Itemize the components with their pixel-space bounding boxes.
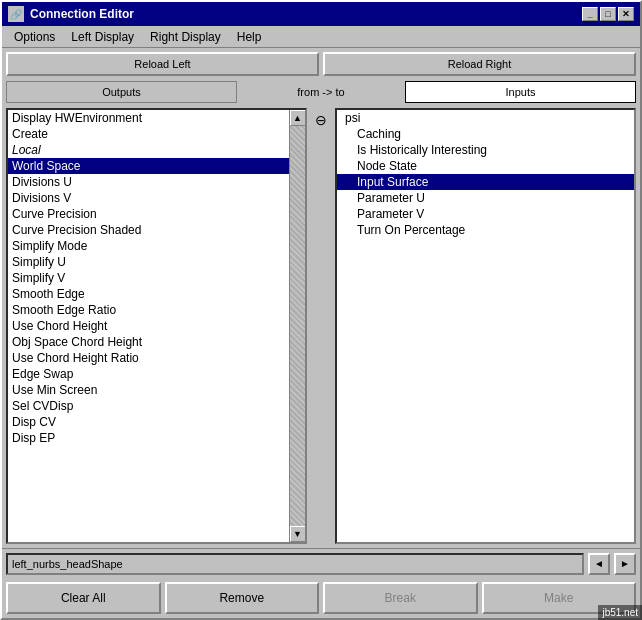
list-item[interactable]: Simplify V bbox=[8, 270, 289, 286]
list-item[interactable]: Curve Precision Shaded bbox=[8, 222, 289, 238]
list-item[interactable]: Divisions V bbox=[8, 190, 289, 206]
collapse-icon[interactable]: ⊖ bbox=[315, 112, 327, 128]
scroll-down-btn[interactable]: ▼ bbox=[290, 526, 306, 542]
remove-button[interactable]: Remove bbox=[165, 582, 320, 614]
menu-options[interactable]: Options bbox=[6, 28, 63, 46]
make-button[interactable]: Make bbox=[482, 582, 637, 614]
list-item[interactable]: Use Chord Height bbox=[8, 318, 289, 334]
list-item[interactable]: Edge Swap bbox=[8, 366, 289, 382]
from-to-header: from -> to bbox=[241, 86, 401, 98]
node-name-display: left_nurbs_headShape bbox=[6, 553, 584, 575]
nav-prev-button[interactable]: ◄ bbox=[588, 553, 610, 575]
left-panel: Display HWEnvironmentCreateLocalWorld Sp… bbox=[6, 108, 307, 544]
list-item[interactable]: Simplify Mode bbox=[8, 238, 289, 254]
menu-right-display[interactable]: Right Display bbox=[142, 28, 229, 46]
break-button[interactable]: Break bbox=[323, 582, 478, 614]
close-button[interactable]: ✕ bbox=[618, 7, 634, 21]
list-item[interactable]: Disp EP bbox=[8, 430, 289, 446]
list-item[interactable]: Use Min Screen bbox=[8, 382, 289, 398]
toolbar: Reload Left Reload Right bbox=[2, 48, 640, 80]
bottom-bar: left_nurbs_headShape ◄ ► bbox=[2, 548, 640, 578]
list-item[interactable]: Smooth Edge bbox=[8, 286, 289, 302]
middle-section: ⊖ bbox=[311, 108, 331, 544]
title-bar: 🔗 Connection Editor _ □ ✕ bbox=[2, 2, 640, 26]
left-list-container: Display HWEnvironmentCreateLocalWorld Sp… bbox=[6, 108, 307, 544]
list-item[interactable]: Curve Precision bbox=[8, 206, 289, 222]
right-node-label: psi bbox=[337, 110, 634, 126]
list-item[interactable]: Local bbox=[8, 142, 289, 158]
list-item[interactable]: World Space bbox=[8, 158, 289, 174]
main-window: 🔗 Connection Editor _ □ ✕ Options Left D… bbox=[0, 0, 642, 620]
maximize-button[interactable]: □ bbox=[600, 7, 616, 21]
column-headers: Outputs from -> to Inputs bbox=[2, 80, 640, 104]
reload-right-button[interactable]: Reload Right bbox=[323, 52, 636, 76]
app-icon: 🔗 bbox=[8, 6, 24, 22]
right-list-item[interactable]: Caching bbox=[337, 126, 634, 142]
action-buttons: Clear All Remove Break Make bbox=[2, 578, 640, 618]
list-item[interactable]: Divisions U bbox=[8, 174, 289, 190]
right-list-item[interactable]: Parameter V bbox=[337, 206, 634, 222]
list-item[interactable]: Use Chord Height Ratio bbox=[8, 350, 289, 366]
inputs-header: Inputs bbox=[405, 81, 636, 103]
left-scrollbar[interactable]: ▲ ▼ bbox=[289, 110, 305, 542]
right-list-item[interactable]: Node State bbox=[337, 158, 634, 174]
list-item[interactable]: Simplify U bbox=[8, 254, 289, 270]
nav-next-button[interactable]: ► bbox=[614, 553, 636, 575]
list-item[interactable]: Sel CVDisp bbox=[8, 398, 289, 414]
list-item[interactable]: Smooth Edge Ratio bbox=[8, 302, 289, 318]
right-list-scroll[interactable]: psiCachingIs Historically InterestingNod… bbox=[337, 110, 634, 542]
window-title: Connection Editor bbox=[30, 7, 134, 21]
right-panel: psiCachingIs Historically InterestingNod… bbox=[335, 108, 636, 544]
clear-all-button[interactable]: Clear All bbox=[6, 582, 161, 614]
menu-left-display[interactable]: Left Display bbox=[63, 28, 142, 46]
right-list-item[interactable]: Input Surface bbox=[337, 174, 634, 190]
right-list-container: psiCachingIs Historically InterestingNod… bbox=[335, 108, 636, 544]
list-item[interactable]: Display HWEnvironment bbox=[8, 110, 289, 126]
reload-left-button[interactable]: Reload Left bbox=[6, 52, 319, 76]
scroll-track[interactable] bbox=[290, 126, 306, 526]
left-list-scroll[interactable]: Display HWEnvironmentCreateLocalWorld Sp… bbox=[8, 110, 289, 542]
right-list-item[interactable]: Is Historically Interesting bbox=[337, 142, 634, 158]
main-content: Display HWEnvironmentCreateLocalWorld Sp… bbox=[2, 104, 640, 548]
scroll-up-btn[interactable]: ▲ bbox=[290, 110, 306, 126]
list-item[interactable]: Disp CV bbox=[8, 414, 289, 430]
right-list-item[interactable]: Turn On Percentage bbox=[337, 222, 634, 238]
menu-help[interactable]: Help bbox=[229, 28, 270, 46]
list-item[interactable]: Create bbox=[8, 126, 289, 142]
minimize-button[interactable]: _ bbox=[582, 7, 598, 21]
menu-bar: Options Left Display Right Display Help bbox=[2, 26, 640, 48]
list-item[interactable]: Obj Space Chord Height bbox=[8, 334, 289, 350]
outputs-header: Outputs bbox=[6, 81, 237, 103]
right-list-item[interactable]: Parameter U bbox=[337, 190, 634, 206]
